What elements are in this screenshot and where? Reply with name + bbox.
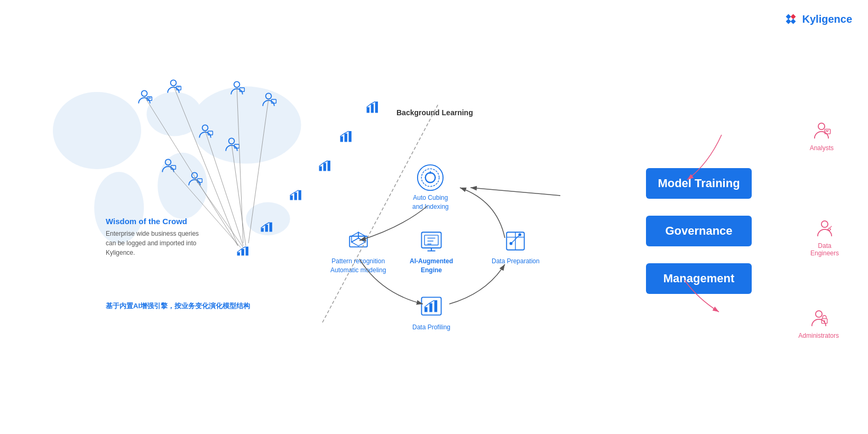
user-icon-8 bbox=[185, 169, 204, 188]
ai-engine-label: AI-AugmentedEngine bbox=[410, 257, 453, 275]
svg-line-90 bbox=[470, 188, 560, 196]
main-container: Kyligence bbox=[0, 0, 868, 434]
svg-rect-32 bbox=[340, 136, 343, 142]
administrators-label: Administrators bbox=[798, 332, 839, 339]
svg-rect-2 bbox=[786, 19, 791, 24]
data-preparation-label: Data Preparation bbox=[492, 257, 540, 266]
svg-rect-29 bbox=[367, 107, 370, 113]
pattern-label: Pattern recognitionAutomatic modeling bbox=[330, 257, 386, 275]
svg-rect-70 bbox=[435, 300, 438, 312]
data-profiling-node: Data Profiling bbox=[412, 293, 450, 332]
administrators-role: Administrators bbox=[798, 307, 839, 339]
svg-rect-35 bbox=[319, 167, 322, 171]
logo-text: Kyligence bbox=[802, 13, 852, 25]
svg-point-25 bbox=[165, 159, 171, 165]
svg-rect-36 bbox=[324, 163, 326, 171]
user-icon-3 bbox=[227, 78, 246, 97]
auto-cubing-label: Auto Cubingand Indexing bbox=[412, 193, 449, 211]
pattern-recognition-node: Pattern recognitionAutomatic modeling bbox=[330, 227, 386, 275]
wisdom-title: Wisdom of the Crowd bbox=[106, 217, 201, 226]
wisdom-description: Enterprise wide business queries can be … bbox=[106, 229, 201, 257]
user-icon-7 bbox=[159, 156, 178, 175]
svg-rect-33 bbox=[345, 133, 347, 142]
svg-rect-30 bbox=[371, 104, 374, 113]
user-icon-5 bbox=[196, 122, 215, 141]
svg-rect-68 bbox=[424, 307, 428, 312]
svg-rect-31 bbox=[375, 101, 378, 113]
svg-marker-53 bbox=[352, 238, 365, 246]
bar-icon-3 bbox=[317, 156, 334, 175]
data-preparation-node: Data Preparation bbox=[492, 227, 540, 266]
bar-icon-4 bbox=[288, 185, 305, 204]
model-training-button[interactable]: Model Training bbox=[646, 168, 752, 199]
svg-rect-34 bbox=[349, 131, 352, 142]
svg-point-75 bbox=[815, 311, 821, 317]
auto-cubing-node: Auto Cubingand Indexing bbox=[412, 164, 449, 211]
bar-icon-5 bbox=[259, 217, 276, 236]
svg-point-17 bbox=[234, 81, 240, 87]
bar-icon-6 bbox=[235, 241, 252, 260]
svg-rect-46 bbox=[246, 247, 248, 256]
svg-point-27 bbox=[192, 172, 198, 178]
action-buttons: Model Training Governance Management bbox=[646, 164, 752, 298]
bar-icon-1 bbox=[365, 98, 382, 117]
svg-marker-51 bbox=[358, 232, 365, 242]
user-icon-1 bbox=[135, 87, 154, 106]
user-icon-6 bbox=[222, 135, 241, 154]
user-icon-2 bbox=[164, 77, 183, 96]
analysts-role: Analysts bbox=[810, 119, 834, 152]
bar-icon-2 bbox=[338, 127, 355, 146]
svg-rect-3 bbox=[790, 19, 796, 24]
wisdom-chinese: 基于内置AI增强引擎，按业务变化演化模型结构 bbox=[106, 301, 250, 311]
data-engineers-label: DataEngineers bbox=[810, 242, 839, 257]
svg-rect-55 bbox=[424, 235, 438, 245]
svg-rect-69 bbox=[429, 303, 432, 312]
svg-rect-1 bbox=[790, 14, 796, 20]
wisdom-section: Wisdom of the Crowd Enterprise wide busi… bbox=[106, 217, 201, 257]
svg-marker-52 bbox=[352, 232, 358, 242]
svg-rect-43 bbox=[270, 223, 272, 232]
svg-rect-37 bbox=[328, 161, 330, 171]
ai-engine-node: AI-AugmentedEngine bbox=[410, 227, 453, 275]
svg-rect-45 bbox=[242, 249, 244, 255]
svg-point-77 bbox=[824, 320, 825, 322]
kyligence-logo-icon bbox=[783, 12, 798, 26]
svg-point-71 bbox=[818, 123, 825, 130]
svg-point-10 bbox=[142, 90, 147, 96]
background-learning-label: Background Learning bbox=[396, 108, 473, 117]
analysts-label: Analysts bbox=[810, 144, 834, 152]
svg-point-73 bbox=[821, 221, 828, 227]
svg-point-21 bbox=[202, 125, 208, 131]
svg-rect-38 bbox=[290, 196, 293, 200]
management-button[interactable]: Management bbox=[646, 263, 752, 294]
data-profiling-label: Data Profiling bbox=[412, 323, 450, 332]
svg-rect-42 bbox=[265, 225, 268, 232]
svg-point-23 bbox=[229, 138, 235, 144]
svg-rect-0 bbox=[786, 14, 791, 20]
svg-point-14 bbox=[171, 80, 177, 86]
governance-button[interactable]: Governance bbox=[646, 216, 752, 246]
svg-rect-41 bbox=[261, 228, 264, 232]
svg-rect-44 bbox=[237, 252, 240, 255]
svg-rect-40 bbox=[299, 190, 301, 200]
svg-point-4 bbox=[53, 92, 141, 169]
user-icon-4 bbox=[259, 90, 278, 109]
logo: Kyligence bbox=[783, 12, 852, 26]
svg-line-74 bbox=[830, 226, 832, 228]
svg-point-19 bbox=[266, 93, 272, 99]
data-engineers-role: DataEngineers bbox=[810, 217, 839, 257]
svg-rect-39 bbox=[294, 192, 297, 200]
